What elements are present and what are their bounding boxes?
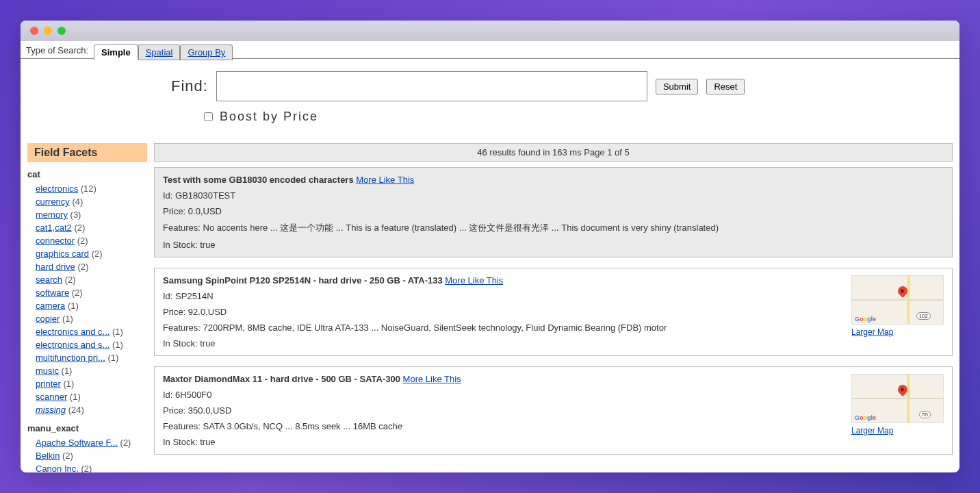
map-route-badge: 102 bbox=[916, 312, 931, 320]
facet-item: software (2) bbox=[36, 286, 147, 299]
larger-map-link[interactable]: Larger Map bbox=[851, 327, 944, 337]
result-body: Test with some GB18030 encoded character… bbox=[163, 175, 944, 250]
facet-link[interactable]: memory bbox=[36, 210, 68, 220]
facet-count: (1) bbox=[105, 353, 119, 363]
tab-group-by[interactable]: Group By bbox=[180, 45, 233, 60]
facet-link[interactable]: scanner bbox=[36, 392, 67, 402]
minimize-icon[interactable] bbox=[44, 27, 52, 35]
facet-item: copier (1) bbox=[36, 312, 147, 325]
facet-link[interactable]: electronics and c... bbox=[36, 327, 109, 337]
result-title-row: Maxtor DiamondMax 11 - hard drive - 500 … bbox=[163, 374, 844, 384]
result-body: Maxtor DiamondMax 11 - hard drive - 500 … bbox=[163, 374, 844, 447]
facet-count: (1) bbox=[109, 327, 123, 337]
facet-link[interactable]: music bbox=[36, 366, 59, 376]
facet-list: electronics (12)currency (4)memory (3)ca… bbox=[27, 182, 147, 416]
facet-link[interactable]: printer bbox=[36, 379, 61, 389]
facet-count: (1) bbox=[67, 392, 81, 402]
result-features: Features: SATA 3.0Gb/s, NCQ ... 8.5ms se… bbox=[163, 421, 844, 431]
search-input[interactable] bbox=[216, 71, 647, 101]
result-item: Maxtor DiamondMax 11 - hard drive - 500 … bbox=[154, 366, 953, 455]
facet-item: connector (2) bbox=[36, 234, 147, 247]
boost-label: Boost by Price bbox=[220, 110, 318, 124]
reset-button[interactable]: Reset bbox=[706, 79, 745, 94]
facet-link[interactable]: Apache Software F... bbox=[36, 438, 118, 448]
facet-count: (2) bbox=[89, 249, 103, 259]
facet-count: (2) bbox=[60, 451, 73, 461]
result-price: Price: 350.0,USD bbox=[163, 405, 844, 416]
facet-count: (1) bbox=[59, 366, 73, 376]
facet-link[interactable]: cat1,cat2 bbox=[36, 223, 72, 233]
result-price: Price: 92.0,USD bbox=[163, 307, 844, 317]
facet-count: (2) bbox=[69, 288, 83, 298]
result-stock: In Stock: true bbox=[163, 338, 844, 349]
more-like-this-link[interactable]: More Like This bbox=[445, 275, 503, 286]
find-row: Find: Submit Reset bbox=[21, 71, 959, 101]
result-features: Features: No accents here ... 这是一个功能 ...… bbox=[163, 222, 944, 234]
facet-count: (2) bbox=[72, 223, 86, 233]
facet-link[interactable]: currency bbox=[36, 197, 70, 207]
facet-link[interactable]: copier bbox=[36, 314, 60, 324]
tab-spatial[interactable]: Spatial bbox=[138, 45, 181, 60]
facet-item: search (2) bbox=[36, 273, 147, 286]
browser-window: Type of Search: SimpleSpatialGroup By Fi… bbox=[21, 21, 959, 472]
facet-item: electronics (12) bbox=[36, 182, 147, 195]
facet-link[interactable]: missing bbox=[36, 405, 66, 415]
result-body: Samsung SpinPoint P120 SP2514N - hard dr… bbox=[163, 275, 844, 349]
result-title-row: Samsung SpinPoint P120 SP2514N - hard dr… bbox=[163, 275, 844, 286]
facet-item: multifunction pri... (1) bbox=[36, 351, 147, 364]
facet-link[interactable]: multifunction pri... bbox=[36, 353, 105, 363]
facet-link[interactable]: Belkin bbox=[36, 451, 60, 461]
result-id: Id: 6H500F0 bbox=[163, 390, 844, 400]
facet-item: currency (4) bbox=[36, 195, 147, 208]
results-column: 46 results found in 163 ms Page 1 of 5 T… bbox=[154, 143, 953, 472]
result-item: Samsung SpinPoint P120 SP2514N - hard dr… bbox=[154, 268, 953, 356]
facet-link[interactable]: camera bbox=[36, 301, 65, 311]
map-thumbnail[interactable]: Google55 bbox=[851, 374, 944, 423]
google-logo: Google bbox=[855, 316, 876, 323]
facet-list: Apache Software F... (2)Belkin (2)Canon … bbox=[27, 436, 147, 472]
map-thumbnail[interactable]: Google102 bbox=[851, 275, 944, 325]
facet-count: (1) bbox=[109, 340, 123, 350]
facet-link[interactable]: software bbox=[36, 288, 69, 298]
result-id: Id: GB18030TEST bbox=[163, 190, 944, 201]
more-like-this-link[interactable]: More Like This bbox=[403, 374, 461, 384]
facet-item: scanner (1) bbox=[36, 390, 147, 403]
window-titlebar bbox=[21, 21, 959, 41]
facet-count: (3) bbox=[68, 210, 81, 220]
result-item: Test with some GB18030 encoded character… bbox=[154, 167, 953, 257]
submit-button[interactable]: Submit bbox=[656, 79, 698, 94]
facet-link[interactable]: hard drive bbox=[36, 262, 75, 272]
facet-group-manu_exact: manu_exact bbox=[27, 416, 147, 436]
facet-count: (1) bbox=[65, 301, 79, 311]
tabs-label: Type of Search: bbox=[26, 45, 88, 58]
search-area: Find: Submit Reset Boost by Price bbox=[21, 59, 959, 131]
facets-header: Field Facets bbox=[27, 143, 147, 162]
main-columns: Field Facets catelectronics (12)currency… bbox=[21, 131, 959, 472]
facet-link[interactable]: graphics card bbox=[36, 249, 89, 259]
tab-simple[interactable]: Simple bbox=[94, 45, 138, 60]
facet-count: (1) bbox=[61, 379, 75, 389]
facet-count: (24) bbox=[66, 405, 84, 415]
map-pin-icon bbox=[896, 383, 910, 396]
facet-link[interactable]: electronics bbox=[36, 184, 78, 194]
facet-count: (2) bbox=[62, 275, 76, 285]
google-logo: Google bbox=[855, 414, 876, 421]
facet-item: electronics and s... (1) bbox=[36, 338, 147, 351]
boost-checkbox[interactable] bbox=[204, 112, 213, 121]
facet-item: Apache Software F... (2) bbox=[36, 436, 147, 449]
facet-count: (12) bbox=[78, 184, 96, 194]
facet-link[interactable]: electronics and s... bbox=[36, 340, 109, 350]
more-like-this-link[interactable]: More Like This bbox=[356, 175, 414, 185]
maximize-icon[interactable] bbox=[57, 27, 66, 35]
result-title: Samsung SpinPoint P120 SP2514N - hard dr… bbox=[163, 275, 445, 286]
close-icon[interactable] bbox=[30, 27, 38, 35]
larger-map-link[interactable]: Larger Map bbox=[851, 426, 944, 435]
result-features: Features: 7200RPM, 8MB cache, IDE Ultra … bbox=[163, 323, 844, 333]
facet-item: camera (1) bbox=[36, 299, 147, 312]
facet-link[interactable]: connector bbox=[36, 236, 75, 246]
result-id: Id: SP2514N bbox=[163, 291, 844, 301]
result-title: Maxtor DiamondMax 11 - hard drive - 500 … bbox=[163, 374, 403, 384]
facet-link[interactable]: Canon Inc. bbox=[36, 464, 79, 472]
facet-link[interactable]: search bbox=[36, 275, 62, 285]
facet-count: (2) bbox=[75, 236, 88, 246]
